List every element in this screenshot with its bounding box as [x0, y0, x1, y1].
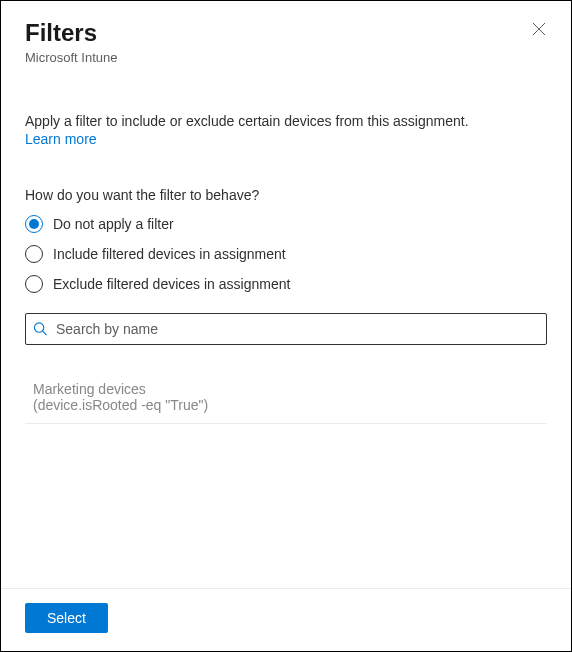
radio-icon [25, 275, 43, 293]
radio-include[interactable]: Include filtered devices in assignment [25, 239, 551, 269]
radio-icon [25, 215, 43, 233]
behavior-question: How do you want the filter to behave? [25, 187, 551, 203]
filter-list: Marketing devices (device.isRooted -eq "… [25, 377, 547, 424]
filter-list-item[interactable]: Marketing devices (device.isRooted -eq "… [25, 377, 547, 424]
filters-panel: Filters Microsoft Intune Apply a filter … [0, 0, 572, 652]
search-icon [33, 321, 48, 336]
intro-text: Apply a filter to include or exclude cer… [25, 113, 551, 129]
radio-label: Do not apply a filter [53, 216, 174, 232]
filter-item-name: Marketing devices [33, 381, 539, 397]
radio-exclude[interactable]: Exclude filtered devices in assignment [25, 269, 551, 299]
close-icon [532, 22, 546, 36]
filter-item-rule: (device.isRooted -eq "True") [33, 397, 539, 413]
select-button[interactable]: Select [25, 603, 108, 633]
close-button[interactable] [529, 19, 549, 39]
panel-header: Filters Microsoft Intune [1, 1, 571, 65]
learn-more-link[interactable]: Learn more [25, 131, 97, 147]
radio-label: Include filtered devices in assignment [53, 246, 286, 262]
search-input[interactable] [25, 313, 547, 345]
panel-footer: Select [1, 588, 571, 651]
panel-subtitle: Microsoft Intune [25, 50, 547, 65]
radio-label: Exclude filtered devices in assignment [53, 276, 290, 292]
radio-icon [25, 245, 43, 263]
panel-title: Filters [25, 19, 547, 48]
svg-line-3 [43, 331, 47, 335]
search-wrapper [25, 313, 547, 345]
svg-point-2 [34, 323, 43, 332]
radio-group: Do not apply a filter Include filtered d… [25, 209, 551, 299]
radio-do-not-apply[interactable]: Do not apply a filter [25, 209, 551, 239]
panel-body: Apply a filter to include or exclude cer… [1, 113, 571, 588]
